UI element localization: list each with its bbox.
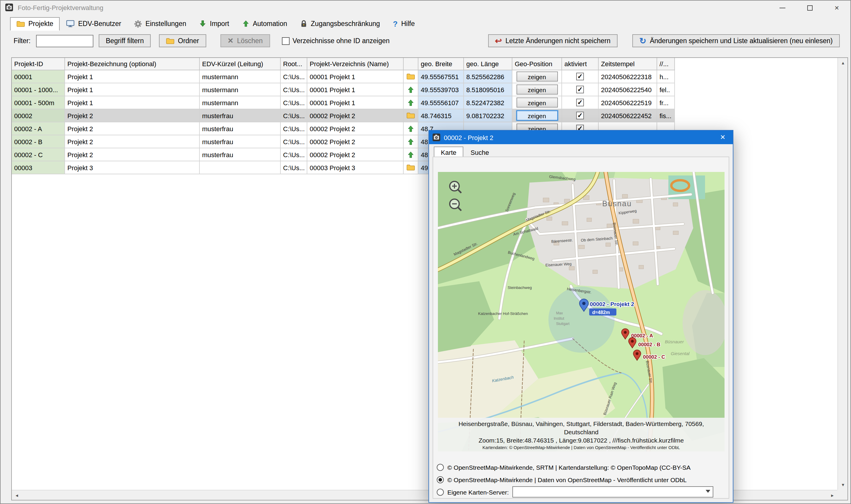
table-row[interactable]: 00001Projekt 1mustermannC:\Us...00001 Pr… [12,70,848,83]
minimize-button[interactable] [769,1,796,15]
source-option-custom-server[interactable]: Eigene Karten-Server: [437,486,725,498]
aktiviert-checkbox[interactable]: ✓ [576,99,584,106]
column-header[interactable]: aktiviert [562,58,599,70]
table-row[interactable]: 00001 - 1000...Projekt 1mustermannC:\Us.… [12,83,848,96]
scroll-up-arrow[interactable]: ▲ [838,58,848,68]
source-option-label: © OpenStreetMap-Mitwirkende | Daten von … [447,476,687,483]
column-header[interactable]: Projekt-ID [12,58,65,70]
dialog-titlebar: 00002 - Projekt 2 ✕ [429,130,733,144]
source-option-opentopomap[interactable]: © OpenStreetMap-Mitwirkende, SRTM | Kart… [437,461,725,473]
cell-edv-kuerzel: musterfrau [200,109,281,122]
table-row[interactable]: 00002Projekt 2musterfrauC:\Us...00002 Pr… [12,109,848,122]
radio-icon[interactable] [437,476,444,483]
cell-geo-laenge: 8.522472382 [464,96,512,109]
tab-import[interactable]: Import [193,17,236,31]
tab-hilfe[interactable]: ?Hilfe [386,17,421,31]
column-header[interactable]: Zeitstempel [599,58,657,70]
cell-bezeichnung: Projekt 1 [65,96,200,109]
vertical-scrollbar[interactable]: ▲ ▼ [837,58,848,490]
filter-term-label: Begriff filtern [106,37,144,44]
aktiviert-checkbox[interactable]: ✓ [576,112,584,119]
cell-projekt-id: 00001 - 500m [12,96,65,109]
cell-projekt-id: 00002 - B [12,135,65,148]
up-arrow-icon [404,83,418,96]
map-canvas[interactable]: BüsnauMagstadter Str.Magstadter Str.Büsn… [438,172,725,451]
cell-geo-laenge: 8.518095016 [464,83,512,96]
cell-geo-laenge: 8.525562286 [464,70,512,83]
show-without-id-checkbox[interactable] [282,37,290,45]
cell-root: C:\Us... [281,122,307,135]
column-header[interactable]: Projekt-Verzeichnis (Name) [307,58,404,70]
cell-zeitstempel: 20240506222452 [599,109,657,122]
cell-bezeichnung: Projekt 2 [65,135,200,148]
tab-edv-benutzer[interactable]: EDV-Benutzer [60,17,128,31]
map-svg: BüsnauMagstadter Str.Magstadter Str.Büsn… [438,172,725,451]
cell-geo-position: zeigen [512,70,562,83]
radio-icon[interactable] [437,464,444,471]
cell-verzeichnis: 00002 Projekt 2 [307,148,404,161]
cell-edv-kuerzel: musterfrau [200,148,281,161]
source-option-label: Eigene Karten-Server: [447,488,509,496]
save-button-label: Änderungen speichern und Liste aktualisi… [650,37,833,44]
dialog-close-button[interactable]: ✕ [713,130,733,144]
cell-projekt-id: 00002 - C [12,148,65,161]
lock-icon [300,20,307,28]
tab-label: Zugangsbeschränkung [311,20,380,27]
distance-label: d=482m [592,310,610,315]
delete-button[interactable]: ✕Löschen [220,34,270,47]
tab-label: Hilfe [401,20,415,27]
folder-button[interactable]: Ordner [159,34,206,47]
source-option-openstreetmap[interactable]: © OpenStreetMap-Mitwirkende | Daten von … [437,473,725,486]
cell-w3w: fr... [657,96,675,109]
dialog-tabpage: BüsnauMagstadter Str.Magstadter Str.Büsn… [433,157,729,499]
zeigen-button[interactable]: zeigen [516,110,558,121]
scroll-left-arrow[interactable]: ◄ [12,490,22,501]
up-arrow-icon [404,148,418,161]
cell-root: C:\Us... [281,83,307,96]
discard-changes-button[interactable]: ↩Letzte Änderungen nicht speichern [488,34,618,47]
cell-verzeichnis: 00002 Projekt 2 [307,135,404,148]
column-header[interactable]: Root... [281,58,307,70]
cell-root: C:\Us... [281,109,307,122]
folder-icon [404,109,418,122]
save-changes-button[interactable]: ↻Änderungen speichern und Liste aktualis… [632,34,840,47]
column-header[interactable]: geo. Länge [464,58,512,70]
folder-icon [17,20,25,27]
column-header[interactable]: geo. Breite [418,58,464,70]
delete-button-label: Löschen [237,37,263,44]
custom-server-combobox[interactable] [512,486,713,498]
cell-geo-breite: 48.746315 [418,109,464,122]
import-arrow-icon [199,20,206,27]
main-tabstr ip: ProjekteEDV-BenutzerEinstellungenImportA… [1,15,850,31]
cell-edv-kuerzel: musterfrau [200,122,281,135]
map-label: Büsnau [602,199,632,208]
folder-icon [404,161,418,174]
cell-bezeichnung: Projekt 1 [65,83,200,96]
filter-term-button[interactable]: Begriff filtern [99,34,151,47]
aktiviert-checkbox[interactable]: ✓ [576,73,584,80]
scroll-right-arrow[interactable]: ► [827,490,837,501]
table-row[interactable]: 00001 - 500mProjekt 1mustermannC:\Us...0… [12,96,848,109]
folder-icon [166,37,174,44]
close-button[interactable]: ✕ [823,1,850,15]
cell-projekt-id: 00001 - 1000... [12,83,65,96]
scroll-corner [837,490,848,500]
column-header[interactable]: //... [657,58,675,70]
tab-projekte[interactable]: Projekte [10,17,60,31]
zeigen-button[interactable]: zeigen [516,72,558,82]
column-header[interactable]: EDV-Kürzel (Leitung) [200,58,281,70]
column-header[interactable]: Projekt-Bezeichnung (optional) [65,58,200,70]
column-header[interactable] [404,58,418,70]
tab-automation[interactable]: Automation [236,17,293,31]
map-status-line: Zoom:15, Breite:48.746315 , Länge:9.0817… [441,437,721,444]
maximize-button[interactable] [796,1,823,15]
tab-zugangsbeschränkung[interactable]: Zugangsbeschränkung [294,17,386,31]
zeigen-button[interactable]: zeigen [516,85,558,94]
tab-einstellungen[interactable]: Einstellungen [128,17,193,31]
column-header[interactable]: Geo-Position [512,58,562,70]
zeigen-button[interactable]: zeigen [516,97,558,108]
radio-icon[interactable] [437,488,444,496]
scroll-down-arrow[interactable]: ▼ [838,480,848,490]
aktiviert-checkbox[interactable]: ✓ [576,86,584,93]
filter-input[interactable] [36,35,93,47]
